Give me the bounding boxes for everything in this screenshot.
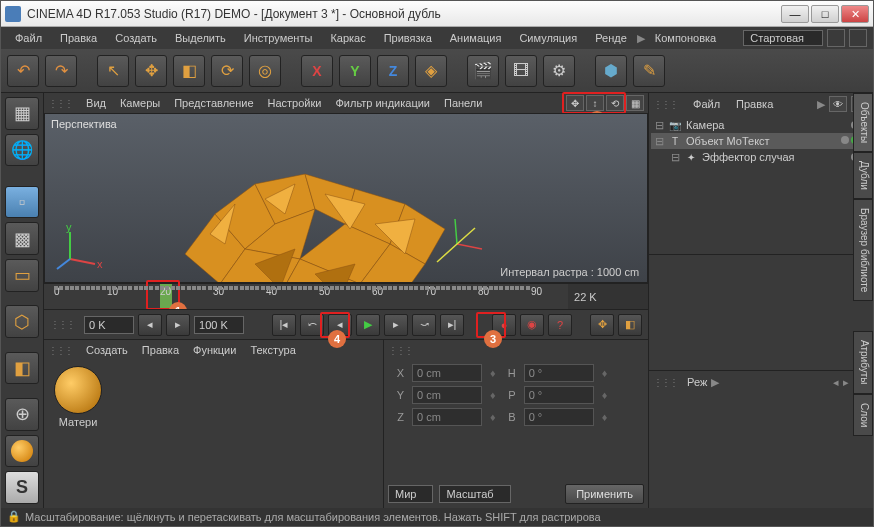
range-start-button[interactable]: ◂ [138,314,162,336]
render-settings-button[interactable]: ⚙ [543,55,575,87]
pos-field[interactable] [412,386,482,404]
mat-menu-edit[interactable]: Правка [136,342,185,358]
menu-snap[interactable]: Привязка [376,30,440,46]
vp-menu-display[interactable]: Представление [168,95,259,111]
render-view-button[interactable]: 🎬 [467,55,499,87]
obj-menu-edit[interactable]: Правка [730,96,779,112]
last-tool[interactable]: ◎ [249,55,281,87]
material-ball-button[interactable] [5,435,39,468]
layout-next-button[interactable] [849,29,867,47]
menu-mesh[interactable]: Каркас [322,30,373,46]
goto-start-button[interactable]: |◂ [272,314,296,336]
tab-takes[interactable]: Дубли [853,152,873,199]
tree-item[interactable]: ⊟📷Камера [651,117,871,133]
vp-menu-cameras[interactable]: Камеры [114,95,166,111]
texture-mode-button[interactable]: ▩ [5,222,39,255]
vp-menu-view[interactable]: Вид [80,95,112,111]
make-editable-button[interactable]: ▦ [5,97,39,130]
axis-x-button[interactable]: X [301,55,333,87]
transform-mode-dropdown[interactable]: Масштаб [439,485,510,503]
axis-handle[interactable] [427,214,487,274]
apply-button[interactable]: Применить [565,484,644,504]
record-button[interactable]: ● [492,314,516,336]
obj-menu-file[interactable]: Файл [687,96,726,112]
minimize-button[interactable]: — [781,5,809,23]
primitive-button[interactable]: ⬢ [595,55,627,87]
move-tool[interactable]: ✥ [135,55,167,87]
snap-button[interactable]: S [5,471,39,504]
layout-dropdown[interactable]: Стартовая [743,30,823,46]
play-button[interactable]: ▶ [356,314,380,336]
undo-button[interactable]: ↶ [7,55,39,87]
nav-back-icon[interactable]: ◂ [833,376,839,389]
rot-field[interactable] [524,364,594,382]
pos-key-button[interactable]: ✥ [590,314,614,336]
layout-prev-button[interactable] [827,29,845,47]
menu-composite[interactable]: Компоновка [647,30,724,46]
menu-edit[interactable]: Правка [52,30,105,46]
tab-attributes[interactable]: Атрибуты [853,331,873,393]
keyframe-opts-button[interactable]: ? [548,314,572,336]
prev-frame-button[interactable]: ◂ [328,314,352,336]
pos-field[interactable] [412,408,482,426]
next-frame-button[interactable]: ▸ [384,314,408,336]
select-tool[interactable]: ↖ [97,55,129,87]
scale-tool[interactable]: ◧ [173,55,205,87]
pos-field[interactable] [412,364,482,382]
rot-field[interactable] [524,386,594,404]
render-pict-button[interactable]: 🎞 [505,55,537,87]
menu-animation[interactable]: Анимация [442,30,510,46]
menu-file[interactable]: Файл [7,30,50,46]
mat-menu-create[interactable]: Создать [80,342,134,358]
rotate-tool[interactable]: ⟳ [211,55,243,87]
tree-item[interactable]: ⊟✦Эффектор случая [651,149,871,165]
tab-layers[interactable]: Слои [853,394,873,436]
prev-key-button[interactable]: ⤺ [300,314,324,336]
tab-objects[interactable]: Объекты [853,93,873,152]
vp-menu-filter[interactable]: Фильтр индикации [329,95,436,111]
material-item[interactable]: Матери [50,366,106,502]
menu-render[interactable]: Ренде [587,30,635,46]
vp-menu-panel[interactable]: Панели [438,95,488,111]
vp-orbit-icon[interactable]: ⟲ [606,95,624,111]
vp-zoom-icon[interactable]: ↕ [586,95,604,111]
menu-select[interactable]: Выделить [167,30,234,46]
tree-item[interactable]: ⊟TОбъект МоТекст✔ [651,133,871,149]
end-frame-field[interactable] [194,316,244,334]
coord-system-button[interactable]: ◈ [415,55,447,87]
start-frame-field[interactable] [84,316,134,334]
autokey-button[interactable]: ◉ [520,314,544,336]
point-mode-button[interactable]: ⬡ [5,305,39,338]
scale-key-button[interactable]: ◧ [618,314,642,336]
redo-button[interactable]: ↷ [45,55,77,87]
close-button[interactable]: ✕ [841,5,869,23]
axis-y-button[interactable]: Y [339,55,371,87]
range-end-button[interactable]: ▸ [166,314,190,336]
tweak-button[interactable]: ⊕ [5,398,39,431]
maximize-button[interactable]: □ [811,5,839,23]
object-tree[interactable]: ⊟📷Камера⊟TОбъект МоТекст✔⊟✦Эффектор случ… [649,115,873,255]
edge-mode-button[interactable]: ◧ [5,352,39,385]
vp-pan-icon[interactable]: ✥ [566,95,584,111]
pen-button[interactable]: ✎ [633,55,665,87]
mat-menu-func[interactable]: Функции [187,342,242,358]
menu-create[interactable]: Создать [107,30,165,46]
obj-view-icon[interactable]: 👁 [829,96,847,112]
tab-browser[interactable]: Браузер библиоте [853,199,873,301]
menu-simulation[interactable]: Симуляция [511,30,585,46]
coord-mode-dropdown[interactable]: Мир [388,485,433,503]
mode-label[interactable]: Реж [687,376,707,388]
goto-end-button[interactable]: ▸| [440,314,464,336]
menu-tools[interactable]: Инструменты [236,30,321,46]
timeline-ruler[interactable]: 1 0102030405060708090 22 K [44,283,648,309]
rot-field[interactable] [524,408,594,426]
axis-z-button[interactable]: Z [377,55,409,87]
mat-menu-tex[interactable]: Текстура [244,342,301,358]
workplane-button[interactable]: ▭ [5,259,39,292]
model-mode-button[interactable]: ▫ [5,186,39,219]
nav-fwd-icon[interactable]: ▸ [843,376,849,389]
vp-layout-icon[interactable]: ▦ [626,95,644,111]
vp-menu-options[interactable]: Настройки [262,95,328,111]
world-button[interactable]: 🌐 [5,134,39,167]
viewport-3d[interactable]: Перспектива [44,113,648,283]
